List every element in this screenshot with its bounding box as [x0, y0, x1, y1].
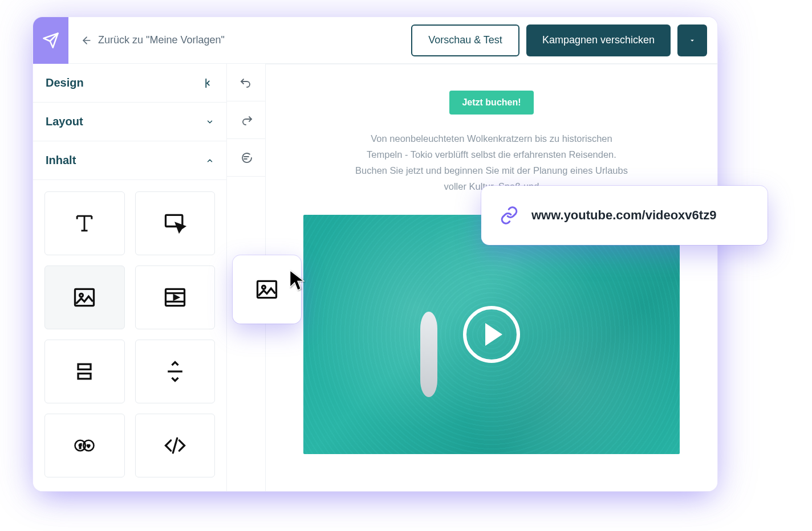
intro-paragraph: Von neonbeleuchteten Wolkenkratzern bis …: [355, 130, 628, 194]
cta-button[interactable]: Jetzt buchen!: [449, 91, 533, 115]
email-canvas[interactable]: Jetzt buchen! Von neonbeleuchteten Wolke…: [266, 64, 717, 491]
image-icon: [254, 277, 279, 302]
blurb-line: Tempeln - Tokio verblüfft selbst die erf…: [355, 146, 628, 162]
block-html[interactable]: [135, 414, 216, 477]
video-url-text: www.youtube.com/videoxv6tz9: [531, 208, 716, 223]
arrow-left-icon: [81, 35, 92, 46]
undo-button[interactable]: [227, 64, 265, 101]
video-url-popover[interactable]: www.youtube.com/videoxv6tz9: [481, 186, 768, 245]
mouse-cursor: [289, 269, 307, 294]
block-divider[interactable]: [135, 340, 216, 403]
svg-rect-4: [78, 364, 91, 369]
block-button[interactable]: [135, 191, 216, 255]
video-icon: [163, 285, 188, 310]
top-actions: Vorschau & Test Kampagnen verschicken: [411, 24, 717, 56]
redo-button[interactable]: [227, 101, 265, 139]
svg-rect-1: [75, 289, 94, 305]
blurb-line: Buchen Sie jetzt und beginnen Sie mit de…: [355, 162, 628, 178]
section-label: Design: [46, 76, 84, 89]
section-label: Inhalt: [46, 154, 76, 167]
paper-plane-icon: [42, 32, 59, 49]
blurb-line: Von neonbeleuchteten Wolkenkratzern bis …: [355, 130, 628, 146]
divider-icon: [163, 359, 188, 384]
block-video[interactable]: [135, 266, 216, 329]
app-logo[interactable]: [33, 17, 68, 64]
columns-icon: [72, 359, 97, 384]
block-image[interactable]: [44, 266, 125, 329]
sidebar-section-design[interactable]: Design: [33, 64, 226, 103]
svg-point-2: [80, 293, 83, 297]
cursor-icon: [289, 269, 307, 292]
code-icon: [163, 433, 188, 458]
kayak-graphic: [417, 312, 440, 397]
app-window: Zurück zu "Meine Vorlagen" Vorschau & Te…: [33, 17, 717, 491]
chevron-up-icon: [206, 157, 214, 165]
svg-rect-5: [78, 374, 91, 379]
image-icon: [72, 285, 97, 310]
social-icon: f♥: [72, 433, 97, 458]
send-campaign-dropdown[interactable]: [677, 24, 707, 56]
cursor-click-icon: [163, 211, 188, 236]
content-block-grid: f♥: [33, 180, 226, 489]
video-block[interactable]: [303, 215, 680, 454]
chevron-down-icon: [206, 118, 214, 126]
editor-body: Design Layout Inhalt: [33, 64, 717, 491]
svg-point-11: [262, 285, 266, 289]
back-label: Zurück zu "Meine Vorlagen": [98, 34, 225, 46]
text-icon: [72, 211, 97, 236]
preview-test-button[interactable]: Vorschau & Test: [411, 24, 519, 56]
top-bar: Zurück zu "Meine Vorlagen" Vorschau & Te…: [33, 17, 717, 64]
block-social[interactable]: f♥: [44, 414, 125, 477]
svg-text:♥: ♥: [87, 443, 90, 449]
comments-button[interactable]: [227, 139, 265, 177]
sidebar-section-content[interactable]: Inhalt: [33, 141, 226, 180]
comment-icon: [239, 151, 253, 165]
block-columns[interactable]: [44, 340, 125, 403]
play-button[interactable]: [463, 306, 520, 363]
link-icon: [500, 206, 519, 225]
svg-text:f: f: [79, 443, 82, 450]
sidebar-section-layout[interactable]: Layout: [33, 103, 226, 141]
sidebar: Design Layout Inhalt: [33, 64, 227, 491]
svg-rect-10: [258, 281, 277, 297]
send-campaign-button[interactable]: Kampagnen verschicken: [526, 24, 671, 56]
caret-down-icon: [688, 36, 696, 44]
section-label: Layout: [46, 115, 83, 128]
collapse-left-icon: [201, 77, 214, 89]
back-link[interactable]: Zurück zu "Meine Vorlagen": [68, 34, 225, 46]
block-text[interactable]: [44, 191, 125, 255]
redo-icon: [239, 113, 253, 127]
undo-icon: [239, 76, 253, 89]
